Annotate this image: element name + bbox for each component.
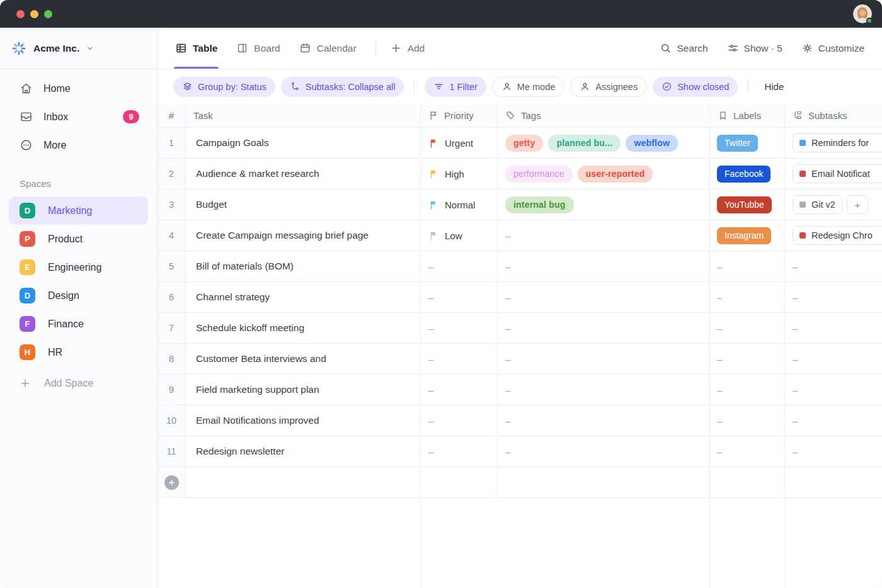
maximize-window-button[interactable]: [44, 10, 52, 18]
column-header-subtasks[interactable]: Subtasks: [785, 104, 882, 128]
column-header-labels[interactable]: Labels: [710, 104, 785, 128]
subtasks-cell[interactable]: –: [785, 313, 882, 344]
labels-cell[interactable]: –: [710, 344, 785, 375]
show-button[interactable]: Show · 5: [727, 42, 782, 54]
user-avatar[interactable]: [853, 4, 872, 23]
subtasks-cell[interactable]: –: [785, 405, 882, 436]
column-header-num[interactable]: #: [158, 104, 186, 128]
toolbar-chip-me-mode[interactable]: Me mode: [492, 77, 564, 97]
tag-pill[interactable]: planned bu...: [548, 135, 621, 152]
subtask-chip[interactable]: Email Notificat: [793, 164, 882, 183]
tags-cell[interactable]: performanceuser-reported: [498, 159, 710, 189]
add-space-button[interactable]: Add Space: [9, 369, 148, 397]
search-button[interactable]: Search: [660, 42, 707, 54]
labels-cell[interactable]: –: [710, 436, 785, 467]
task-name-cell[interactable]: Email Notifications improved: [186, 405, 421, 436]
labels-cell[interactable]: YouTubbe: [710, 189, 785, 220]
subtask-chip[interactable]: Git v2: [793, 195, 842, 214]
task-name-cell[interactable]: Schedule kickoff meeting: [186, 313, 421, 344]
tags-cell[interactable]: –: [498, 436, 710, 467]
sidebar-item-space-design[interactable]: DDesign: [9, 281, 148, 310]
toolbar-chip-1-filter[interactable]: 1 Filter: [425, 77, 486, 97]
sidebar-item-home[interactable]: Home: [0, 74, 157, 103]
tag-pill[interactable]: internal bug: [505, 196, 574, 213]
subtasks-cell[interactable]: Email Notificat: [785, 159, 882, 189]
priority-cell[interactable]: Low: [421, 220, 498, 251]
priority-cell[interactable]: Normal: [421, 189, 498, 220]
task-name-cell[interactable]: Budget: [186, 189, 421, 220]
tags-cell[interactable]: gettyplanned bu...webflow: [498, 128, 710, 159]
subtasks-cell[interactable]: Redesign Chro: [785, 220, 882, 251]
priority-cell[interactable]: –: [421, 313, 498, 344]
priority-cell[interactable]: –: [421, 251, 498, 282]
subtask-chip[interactable]: Reminders for: [793, 133, 882, 152]
tags-cell[interactable]: internal bug: [498, 189, 710, 220]
tag-pill[interactable]: webflow: [626, 135, 678, 152]
sidebar-item-inbox[interactable]: Inbox9: [0, 103, 157, 131]
tags-cell[interactable]: –: [498, 220, 710, 251]
tags-cell[interactable]: –: [498, 375, 710, 405]
sidebar-item-space-engineering[interactable]: EEngineering: [9, 253, 148, 281]
column-header-tags[interactable]: Tags: [498, 104, 710, 128]
subtasks-cell[interactable]: –: [785, 436, 882, 467]
task-name-cell[interactable]: Redesign newsletter: [186, 436, 421, 467]
tab-calendar[interactable]: Calendar: [299, 28, 357, 69]
label-pill[interactable]: Facebook: [717, 166, 770, 183]
subtasks-cell[interactable]: –: [785, 375, 882, 405]
toolbar-chip-assignees[interactable]: Assignees: [570, 77, 647, 97]
toolbar-chip-show-closed[interactable]: Show closed: [653, 77, 738, 97]
add-task-button[interactable]: [158, 467, 186, 498]
task-name-cell[interactable]: Bill of materials (BOM): [186, 251, 421, 282]
priority-cell[interactable]: High: [421, 159, 498, 189]
tab-board[interactable]: Board: [236, 28, 280, 69]
task-name-cell[interactable]: Customer Beta interviews and: [186, 344, 421, 375]
customize-button[interactable]: Customize: [801, 42, 864, 54]
tags-cell[interactable]: –: [498, 405, 710, 436]
new-task-cell[interactable]: [186, 467, 421, 498]
labels-cell[interactable]: –: [710, 405, 785, 436]
labels-cell[interactable]: –: [710, 251, 785, 282]
priority-cell[interactable]: –: [421, 436, 498, 467]
priority-cell[interactable]: –: [421, 282, 498, 313]
subtasks-cell[interactable]: –: [785, 251, 882, 282]
task-name-cell[interactable]: Field marketing support plan: [186, 375, 421, 405]
labels-cell[interactable]: Facebook: [710, 159, 785, 189]
workspace-switcher[interactable]: Acme Inc.: [0, 28, 157, 69]
labels-cell[interactable]: –: [710, 375, 785, 405]
tab-table[interactable]: Table: [175, 28, 217, 69]
sidebar-item-space-product[interactable]: PProduct: [9, 225, 148, 253]
toolbar-chip-subtasks-collapse-all[interactable]: Subtasks: Collapse all: [281, 77, 404, 97]
labels-cell[interactable]: Twitter: [710, 128, 785, 159]
add-subtask-chip[interactable]: +: [847, 195, 868, 214]
sidebar-item-space-marketing[interactable]: DMarketing: [9, 196, 148, 225]
subtasks-cell[interactable]: Git v2+: [785, 189, 882, 220]
tags-cell[interactable]: –: [498, 251, 710, 282]
subtasks-cell[interactable]: Reminders for: [785, 128, 882, 159]
hide-button[interactable]: Hide: [764, 81, 784, 92]
label-pill[interactable]: Instagram: [717, 227, 771, 244]
tag-pill[interactable]: getty: [505, 135, 543, 152]
subtask-chip[interactable]: Redesign Chro: [793, 226, 882, 245]
sidebar-item-more[interactable]: More: [0, 131, 157, 159]
column-header-task[interactable]: Task: [186, 104, 421, 128]
priority-cell[interactable]: Urgent: [421, 128, 498, 159]
labels-cell[interactable]: –: [710, 313, 785, 344]
subtasks-cell[interactable]: –: [785, 344, 882, 375]
labels-cell[interactable]: Instagram: [710, 220, 785, 251]
minimize-window-button[interactable]: [30, 10, 38, 18]
task-name-cell[interactable]: Create Campaign messaging brief page: [186, 220, 421, 251]
priority-cell[interactable]: –: [421, 344, 498, 375]
tags-cell[interactable]: –: [498, 282, 710, 313]
tags-cell[interactable]: –: [498, 344, 710, 375]
tag-pill[interactable]: performance: [505, 166, 573, 183]
sidebar-item-space-finance[interactable]: FFinance: [9, 310, 148, 338]
priority-cell[interactable]: –: [421, 375, 498, 405]
tag-pill[interactable]: user-reported: [578, 166, 653, 183]
close-window-button[interactable]: [16, 10, 25, 18]
label-pill[interactable]: Twitter: [717, 135, 758, 152]
column-header-priority[interactable]: Priority: [421, 104, 498, 128]
priority-cell[interactable]: –: [421, 405, 498, 436]
add-view-button[interactable]: Add: [390, 28, 425, 69]
tags-cell[interactable]: –: [498, 313, 710, 344]
task-name-cell[interactable]: Channel strategy: [186, 282, 421, 313]
